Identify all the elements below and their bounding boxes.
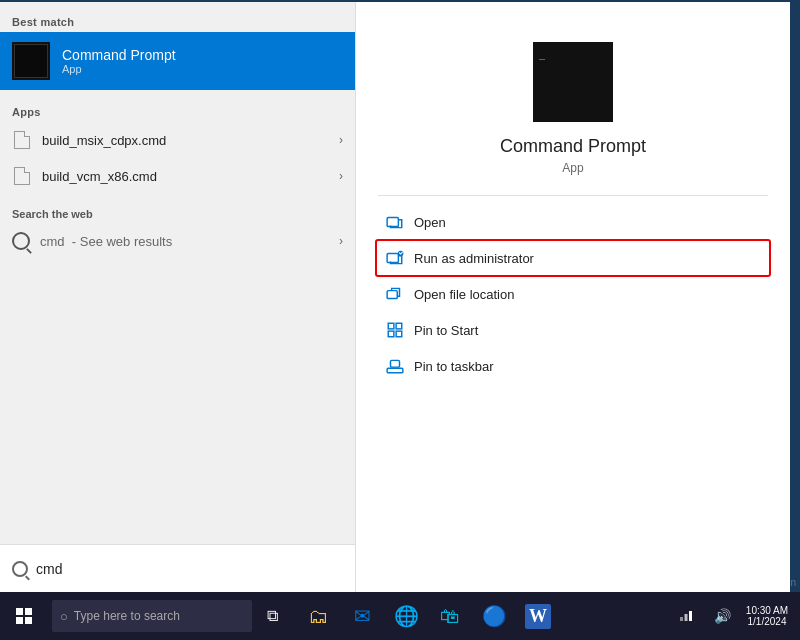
taskbar-app-word[interactable]: W [516,594,560,638]
apps-label: Apps [0,100,355,122]
search-web-label: Search the web [0,202,355,224]
apps-section: Apps build_msix_cdpx.cmd › build_vcm_x86… [0,96,355,198]
svg-rect-4 [388,323,394,329]
action-open-text: Open [414,215,446,230]
svg-rect-8 [387,368,403,373]
action-pinstart[interactable]: Pin to Start [376,312,770,348]
svg-rect-3 [387,291,397,299]
start-icon [16,608,32,624]
search-web-section: Search the web cmd - See web results › [0,198,355,262]
svg-rect-7 [396,331,402,337]
svg-rect-9 [391,360,400,367]
action-location-text: Open file location [414,287,514,302]
app-name-large: Command Prompt [500,136,646,157]
file-icon-2 [12,166,32,186]
app-item-build-msix[interactable]: build_msix_cdpx.cmd › [0,122,355,158]
task-view-button[interactable]: ⧉ [252,592,292,640]
location-icon [386,285,404,303]
runas-icon [386,249,404,267]
best-match-item[interactable]: Command Prompt App [0,32,355,90]
action-runas[interactable]: Run as administrator [376,240,770,276]
cmd-cursor: _ [539,48,545,59]
chevron-icon-3: › [339,234,343,248]
action-list: Open Run as administrator [356,204,790,384]
web-search-query: cmd [40,234,65,249]
svg-rect-5 [396,323,402,329]
taskbar-search-text: Type here to search [74,609,180,623]
store-icon: 🛍 [440,605,460,628]
tray-network-icon[interactable] [670,600,702,632]
start-menu: Best match Command Prompt App Apps [0,2,790,592]
word-icon: W [525,604,551,629]
chevron-icon-1: › [339,133,343,147]
search-bar-icon [12,561,28,577]
app-type-large: App [562,161,583,175]
svg-rect-12 [689,611,692,621]
taskbar-apps: 🗂 ✉ 🌐 🛍 🔵 W [296,594,670,638]
divider [378,195,769,196]
app-item-text-1: build_msix_cdpx.cmd [42,133,339,148]
open-icon [386,213,404,231]
action-pintaskbar[interactable]: Pin to taskbar [376,348,770,384]
best-match-title: Command Prompt [62,47,176,63]
taskbar-app-store[interactable]: 🛍 [428,594,472,638]
left-panel: Best match Command Prompt App Apps [0,2,355,592]
edge-icon: 🌐 [394,604,419,628]
pinstart-icon [386,321,404,339]
action-location[interactable]: Open file location [376,276,770,312]
search-bar[interactable] [0,544,355,592]
action-runas-text: Run as administrator [414,251,534,266]
best-match-text: Command Prompt App [62,47,176,75]
svg-rect-6 [388,331,394,337]
right-panel: _ Command Prompt App Open [355,2,790,592]
clock: 10:30 AM 1/1/2024 [742,600,792,632]
start-button[interactable] [0,592,48,640]
mail-icon: ✉ [354,604,371,628]
start-block-1 [16,608,23,615]
start-block-4 [25,617,32,624]
svg-rect-11 [685,614,688,621]
taskbar-app-chrome[interactable]: 🔵 [472,594,516,638]
app-item-text-2: build_vcm_x86.cmd [42,169,339,184]
start-block-2 [25,608,32,615]
explorer-icon: 🗂 [308,605,328,628]
watermark: wsxdn.cn [754,577,796,588]
task-view-icon: ⧉ [267,607,278,625]
cmd-icon-inner [14,44,48,78]
file-icon-1 [12,130,32,150]
svg-rect-1 [387,254,398,263]
chevron-icon-2: › [339,169,343,183]
spacer [0,262,355,544]
start-block-3 [16,617,23,624]
command-prompt-icon-large: _ [533,42,613,122]
tray-volume-icon[interactable]: 🔊 [706,600,738,632]
taskbar-app-explorer[interactable]: 🗂 [296,594,340,638]
taskbar-search-box[interactable]: ○ Type here to search [52,600,252,632]
clock-date: 1/1/2024 [748,616,787,627]
taskbar: ○ Type here to search ⧉ 🗂 ✉ 🌐 🛍 🔵 W [0,592,800,640]
web-search-text: cmd - See web results [40,234,339,249]
action-pintaskbar-text: Pin to taskbar [414,359,494,374]
search-input[interactable] [36,561,343,577]
taskbar-right: 🔊 10:30 AM 1/1/2024 [670,600,800,632]
pintaskbar-icon [386,357,404,375]
command-prompt-icon-small [12,42,50,80]
svg-rect-10 [680,617,683,621]
chrome-icon: 🔵 [482,604,507,628]
svg-rect-0 [387,218,398,227]
taskbar-app-edge[interactable]: 🌐 [384,594,428,638]
app-item-build-vcm[interactable]: build_vcm_x86.cmd › [0,158,355,194]
web-search-icon [12,232,30,250]
best-match-section: Best match Command Prompt App [0,2,355,96]
best-match-subtitle: App [62,63,176,75]
taskbar-app-mail[interactable]: ✉ [340,594,384,638]
web-search-suffix: - See web results [72,234,172,249]
action-pinstart-text: Pin to Start [414,323,478,338]
web-search-item[interactable]: cmd - See web results › [0,224,355,258]
action-open[interactable]: Open [376,204,770,240]
desktop: Best match Command Prompt App Apps [0,0,800,640]
clock-time: 10:30 AM [746,605,788,616]
best-match-label: Best match [0,10,355,32]
taskbar-search-icon: ○ [60,609,68,624]
